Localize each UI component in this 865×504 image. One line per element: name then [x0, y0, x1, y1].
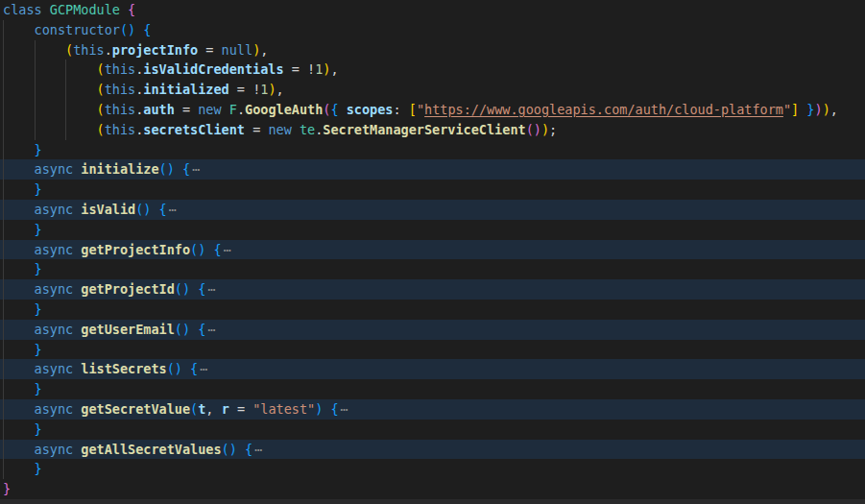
code-token: . — [237, 102, 245, 117]
code-token: ) — [182, 322, 190, 337]
code-line[interactable]: } — [0, 479, 865, 499]
code-token: . — [105, 42, 112, 58]
code-line-folded[interactable]: async initialize() {⋯ — [0, 159, 865, 180]
code-token: } — [3, 481, 11, 496]
fold-ellipsis[interactable]: ⋯ — [198, 361, 207, 376]
code-token: SecretManagerServiceClient — [323, 122, 525, 137]
code-line[interactable]: } — [0, 140, 865, 160]
code-line[interactable]: constructor() { — [0, 20, 865, 40]
code-token: async — [35, 322, 82, 337]
code-token: ) — [268, 82, 276, 97]
code-line[interactable]: (this.secretsClient = new te.SecretManag… — [0, 120, 865, 140]
code-line[interactable]: (this.auth = new F.GoogleAuth({ scopes: … — [0, 100, 865, 120]
code-token: } — [35, 421, 42, 437]
indent-guide — [3, 20, 4, 40]
code-token: this — [105, 102, 136, 117]
code-token: { — [330, 102, 338, 117]
code-token: = — [175, 102, 198, 117]
code-token: ! — [307, 61, 315, 77]
indent-guide — [65, 100, 66, 120]
code-token: scopes — [347, 102, 394, 117]
code-token — [339, 102, 347, 117]
indent-guide — [3, 340, 4, 360]
code-token: ( — [120, 22, 128, 37]
code-token: GoogleAuth — [245, 102, 323, 117]
code-line-folded[interactable]: async getUserEmail() {⋯ — [0, 320, 865, 340]
partial-next-line — [0, 499, 865, 504]
indent-guide — [3, 40, 4, 60]
code-token: getAllSecretValues — [81, 442, 221, 457]
code-token: this — [105, 61, 136, 77]
code-token: } — [35, 261, 42, 276]
code-token: " — [783, 102, 791, 117]
code-token — [182, 361, 190, 376]
code-line[interactable]: } — [0, 379, 865, 399]
code-token: async — [35, 202, 82, 217]
code-line-folded[interactable]: async getAllSecretValues() {⋯ — [0, 440, 865, 460]
indent-guide — [65, 120, 66, 140]
indent-guide — [3, 320, 4, 340]
code-token — [175, 161, 182, 177]
fold-ellipsis[interactable]: ⋯ — [222, 242, 231, 257]
code-token: ( — [97, 122, 105, 137]
code-token: class — [3, 2, 50, 17]
indent-guide — [3, 100, 4, 120]
code-token: } — [35, 181, 42, 197]
code-line[interactable]: } — [0, 420, 865, 440]
code-line-folded[interactable]: async isValid() {⋯ — [0, 200, 865, 220]
code-token: listSecrets — [81, 361, 166, 376]
indent-guide — [35, 80, 36, 100]
code-token: isValid — [81, 202, 135, 217]
code-token: , — [330, 61, 338, 77]
code-line-folded[interactable]: async getSecretValue(t, r = "latest") {⋯ — [0, 399, 865, 420]
fold-ellipsis[interactable]: ⋯ — [205, 281, 215, 297]
code-line[interactable]: (this.projectInfo = null), — [0, 40, 865, 60]
code-token: ) — [823, 102, 830, 117]
code-token: : — [394, 102, 409, 117]
code-token: ) — [175, 361, 182, 376]
code-line[interactable]: (this.isValidCredentials = !1), — [0, 60, 865, 80]
code-token: "latest" — [252, 401, 315, 417]
code-line[interactable]: class GCPModule { — [0, 0, 865, 20]
code-content: class GCPModule {constructor() {(this.pr… — [0, 0, 865, 499]
indent-guide — [3, 259, 4, 279]
code-editor: class GCPModule {constructor() {(this.pr… — [0, 0, 865, 504]
fold-ellipsis[interactable]: ⋯ — [339, 401, 348, 417]
code-token: initialize — [81, 161, 158, 177]
fold-ellipsis[interactable]: ⋯ — [167, 202, 177, 217]
url-link[interactable]: https://www.googleapis.com/auth/cloud-pl… — [424, 102, 783, 117]
code-token: } — [35, 342, 42, 357]
code-token: async — [35, 361, 82, 376]
code-line-folded[interactable]: async getProjectInfo() {⋯ — [0, 240, 865, 260]
fold-ellipsis[interactable]: ⋯ — [190, 161, 200, 177]
indent-guide — [35, 120, 36, 140]
code-token: ) — [182, 281, 190, 297]
indent-guide — [3, 459, 4, 479]
code-token: r — [222, 401, 229, 417]
indent-guide — [3, 200, 4, 220]
code-token: = — [229, 401, 252, 417]
fold-ellipsis[interactable]: ⋯ — [205, 322, 215, 337]
code-token: ( — [175, 322, 182, 337]
indent-guide — [35, 100, 36, 120]
code-token: } — [35, 142, 42, 157]
code-line[interactable]: } — [0, 340, 865, 360]
code-token: = — [198, 42, 221, 58]
code-token: { — [143, 22, 151, 37]
code-line[interactable]: } — [0, 459, 865, 479]
code-line-folded[interactable]: async listSecrets() {⋯ — [0, 359, 865, 379]
indent-guide — [3, 420, 4, 440]
code-line-folded[interactable]: async getProjectId() {⋯ — [0, 279, 865, 300]
code-line[interactable]: } — [0, 220, 865, 240]
fold-ellipsis[interactable]: ⋯ — [252, 442, 262, 457]
indent-guide — [3, 140, 4, 160]
code-line[interactable]: } — [0, 300, 865, 320]
code-token: new — [268, 122, 300, 137]
code-line[interactable]: } — [0, 180, 865, 200]
code-token: async — [35, 442, 82, 457]
code-line[interactable]: (this.initialized = !1), — [0, 80, 865, 100]
indent-guide — [3, 379, 4, 399]
code-token: ) — [229, 442, 237, 457]
code-token: { — [330, 401, 338, 417]
code-line[interactable]: } — [0, 259, 865, 279]
